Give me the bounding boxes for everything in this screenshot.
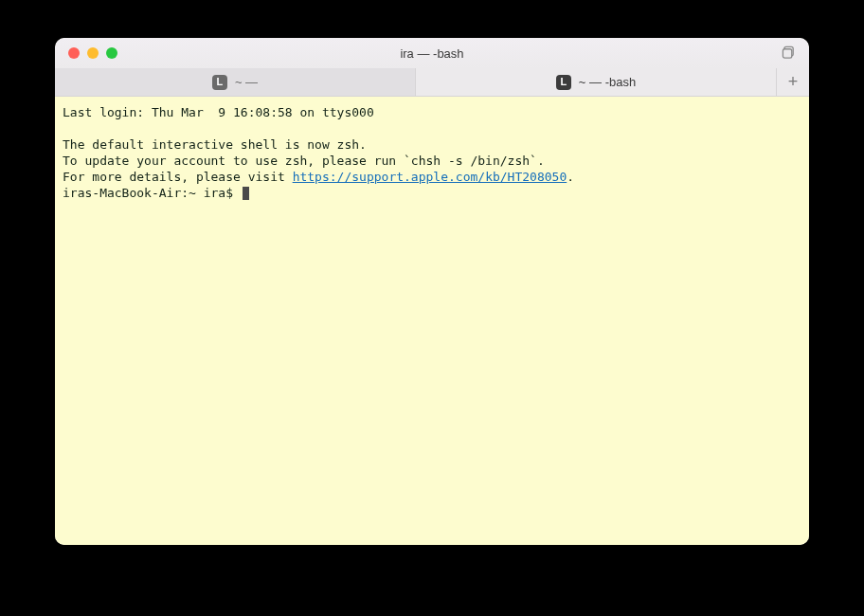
support-link[interactable]: https://support.apple.com/kb/HT208050 — [293, 170, 567, 184]
window-title: ira — -bash — [55, 46, 809, 61]
shell-msg-2: To update your account to use zsh, pleas… — [63, 154, 545, 168]
terminal-tab-icon: L — [556, 75, 571, 90]
tab-label: ~ — -bash — [579, 75, 636, 89]
tab-bar: L ~ — L ~ — -bash + — [55, 68, 809, 97]
new-tab-button[interactable]: + — [777, 68, 809, 96]
shell-msg-3-post: . — [567, 170, 574, 184]
cursor-icon — [243, 187, 249, 200]
titlebar: ira — -bash — [55, 38, 809, 68]
plus-icon: + — [788, 72, 799, 92]
tab-label: ~ — — [235, 75, 258, 89]
terminal-content[interactable]: Last login: Thu Mar 9 16:08:58 on ttys00… — [55, 97, 809, 545]
overflow-icon[interactable] — [782, 45, 796, 60]
svg-rect-1 — [783, 49, 791, 58]
terminal-window: ira — -bash L ~ — L ~ — -bash + Last log… — [55, 38, 809, 545]
prompt: iras-MacBook-Air:~ ira$ — [63, 186, 241, 200]
shell-msg-3-pre: For more details, please visit — [63, 170, 293, 184]
tab-0[interactable]: L ~ — — [55, 68, 416, 96]
tab-1[interactable]: L ~ — -bash — [416, 68, 777, 96]
shell-msg-1: The default interactive shell is now zsh… — [63, 137, 367, 152]
terminal-tab-icon: L — [212, 75, 227, 90]
last-login-line: Last login: Thu Mar 9 16:08:58 on ttys00… — [63, 105, 374, 119]
